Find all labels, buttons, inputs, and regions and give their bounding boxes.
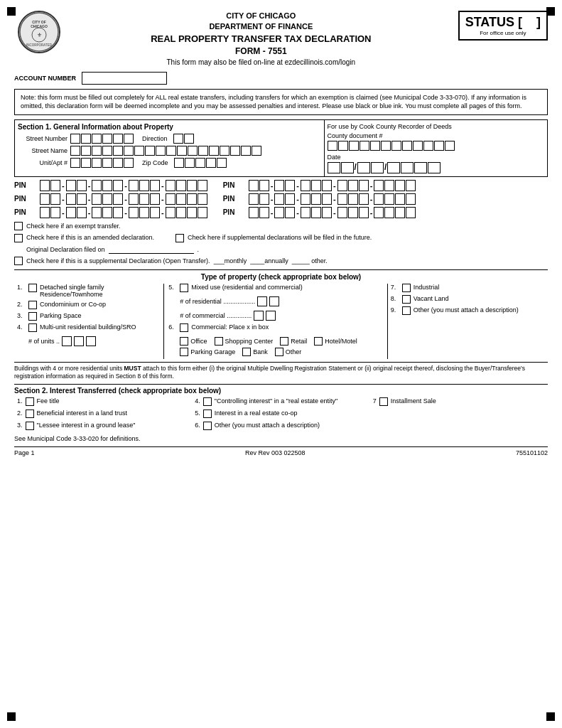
comm-check-hotel[interactable] xyxy=(314,337,323,346)
sn-box-1[interactable] xyxy=(70,134,80,144)
p2-b5[interactable] xyxy=(92,193,102,205)
street-name-b1[interactable] xyxy=(70,146,80,156)
pr1-b12[interactable] xyxy=(384,180,394,191)
dir-box-2[interactable] xyxy=(184,134,194,144)
p3-b11[interactable] xyxy=(166,207,175,218)
street-name-b11[interactable] xyxy=(177,146,187,156)
int-check-3[interactable] xyxy=(26,422,34,430)
street-name-b7[interactable] xyxy=(134,146,144,156)
cd-b3[interactable] xyxy=(349,141,359,151)
pr1-b3[interactable] xyxy=(274,180,284,191)
cd-b4[interactable] xyxy=(360,141,369,151)
cd-b6[interactable] xyxy=(381,141,391,151)
int-check-5[interactable] xyxy=(203,410,212,418)
street-name-b16[interactable] xyxy=(230,146,240,156)
zip-b1[interactable] xyxy=(174,158,184,168)
pr3-b1[interactable] xyxy=(249,207,259,218)
p3-b13[interactable] xyxy=(187,207,197,218)
dt-b8[interactable] xyxy=(428,162,441,173)
p2-b3[interactable] xyxy=(66,193,76,205)
p2-b9[interactable] xyxy=(139,193,149,205)
street-name-b14[interactable] xyxy=(209,146,219,156)
dt-b7[interactable] xyxy=(414,162,427,173)
p2-b1[interactable] xyxy=(40,193,50,205)
unit-b6[interactable] xyxy=(124,158,134,168)
p2-b12[interactable] xyxy=(176,193,186,205)
cd-b11[interactable] xyxy=(434,141,444,151)
pr3-b11[interactable] xyxy=(374,207,384,218)
p3-b10[interactable] xyxy=(150,207,160,218)
prop-check-5[interactable] xyxy=(180,284,188,292)
pr3-b4[interactable] xyxy=(285,207,295,218)
sn-box-4[interactable] xyxy=(102,134,112,144)
prop-check-3[interactable] xyxy=(28,312,37,321)
int-check-7[interactable] xyxy=(379,397,388,406)
pr2-b6[interactable] xyxy=(311,193,321,205)
pr2-b12[interactable] xyxy=(384,193,394,205)
prop-check-7[interactable] xyxy=(402,284,411,292)
p2-b13[interactable] xyxy=(187,193,197,205)
p1-b12[interactable] xyxy=(176,180,186,191)
prop-check-4[interactable] xyxy=(28,323,37,332)
prop-check-6[interactable] xyxy=(180,323,188,332)
p3-b1[interactable] xyxy=(40,207,50,218)
pr3-b6[interactable] xyxy=(311,207,321,218)
cd-b12[interactable] xyxy=(445,141,455,151)
pr3-b5[interactable] xyxy=(301,207,310,218)
prop-check-9[interactable] xyxy=(402,306,411,315)
street-name-b10[interactable] xyxy=(166,146,176,156)
int-check-1[interactable] xyxy=(26,397,34,406)
pr2-b3[interactable] xyxy=(274,193,284,205)
int-check-6[interactable] xyxy=(203,422,212,430)
com-b2[interactable] xyxy=(266,311,276,321)
zip-b4[interactable] xyxy=(206,158,216,168)
p1-b14[interactable] xyxy=(198,180,207,191)
pr3-b10[interactable] xyxy=(359,207,369,218)
comm-check-retail[interactable] xyxy=(280,337,288,346)
p1-b5[interactable] xyxy=(92,180,102,191)
street-name-b2[interactable] xyxy=(81,146,91,156)
street-name-b5[interactable] xyxy=(113,146,123,156)
pr2-b4[interactable] xyxy=(285,193,295,205)
p1-b2[interactable] xyxy=(50,180,60,191)
zip-b3[interactable] xyxy=(195,158,205,168)
p1-b1[interactable] xyxy=(40,180,50,191)
pr2-b1[interactable] xyxy=(249,193,259,205)
p3-b4[interactable] xyxy=(77,207,87,218)
prop-check-8[interactable] xyxy=(402,295,411,304)
street-name-b9[interactable] xyxy=(156,146,166,156)
com-b1[interactable] xyxy=(254,311,264,321)
pr2-b2[interactable] xyxy=(259,193,269,205)
pr3-b12[interactable] xyxy=(384,207,394,218)
comm-check-bank[interactable] xyxy=(242,348,251,356)
zip-b5[interactable] xyxy=(217,158,227,168)
zip-b2[interactable] xyxy=(185,158,195,168)
p1-b13[interactable] xyxy=(187,180,197,191)
p2-b6[interactable] xyxy=(102,193,112,205)
p3-b7[interactable] xyxy=(113,207,123,218)
pr1-b7[interactable] xyxy=(322,180,332,191)
exempt-checkbox[interactable] xyxy=(14,222,23,230)
p2-b10[interactable] xyxy=(150,193,160,205)
street-name-b17[interactable] xyxy=(241,146,251,156)
p3-b5[interactable] xyxy=(92,207,102,218)
street-name-b4[interactable] xyxy=(102,146,112,156)
p2-b8[interactable] xyxy=(129,193,139,205)
pr1-b14[interactable] xyxy=(406,180,416,191)
cd-b5[interactable] xyxy=(370,141,380,151)
pr3-b13[interactable] xyxy=(395,207,405,218)
dt-b6[interactable] xyxy=(401,162,414,173)
pr1-b2[interactable] xyxy=(259,180,269,191)
p3-b8[interactable] xyxy=(129,207,139,218)
orig-filed-input[interactable] xyxy=(109,245,194,254)
cd-b8[interactable] xyxy=(402,141,412,151)
p1-b8[interactable] xyxy=(129,180,139,191)
cd-b9[interactable] xyxy=(413,141,423,151)
cd-b1[interactable] xyxy=(328,141,337,151)
unit-b2[interactable] xyxy=(81,158,91,168)
p3-b3[interactable] xyxy=(66,207,76,218)
dir-box-1[interactable] xyxy=(173,134,183,144)
cd-b2[interactable] xyxy=(338,141,348,151)
res-b1[interactable] xyxy=(257,296,267,306)
amended-checkbox[interactable] xyxy=(14,234,23,242)
